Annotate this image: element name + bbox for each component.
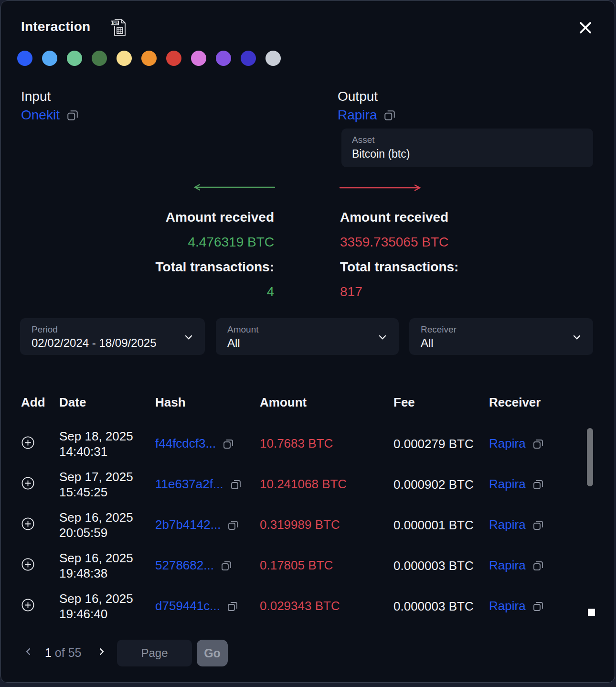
- add-plus-icon[interactable]: [21, 476, 35, 490]
- color-dot-yellow[interactable]: [117, 51, 132, 66]
- input-entity-link[interactable]: Onekit: [21, 107, 60, 123]
- color-palette: [17, 51, 281, 66]
- outgoing-amount-value: 3359.735065 BTC: [340, 234, 502, 250]
- copy-icon[interactable]: [221, 560, 232, 571]
- page-indicator: 1 of 55: [45, 646, 81, 660]
- color-dot-orange[interactable]: [141, 51, 157, 66]
- tx-receiver-link[interactable]: Rapira: [489, 477, 526, 492]
- tx-amount: 0.17805 BTC: [260, 558, 393, 573]
- period-label: Period: [32, 324, 193, 335]
- tx-fee: 0.000279 BTC: [393, 437, 474, 451]
- input-section: Input Onekit: [21, 89, 79, 123]
- tx-hash-link[interactable]: f44fcdcf3...: [155, 436, 216, 451]
- tx-amount: 10.7683 BTC: [260, 436, 393, 451]
- tx-hash-link[interactable]: 11e637a2f...: [155, 477, 223, 492]
- chevron-right-icon[interactable]: [96, 646, 107, 657]
- output-label: Output: [338, 89, 396, 104]
- total-pages: of 55: [55, 646, 82, 659]
- chevron-down-icon: [571, 332, 583, 343]
- tx-hash-link[interactable]: 2b7b4142...: [155, 517, 221, 532]
- asset-label: Asset: [352, 135, 583, 145]
- chevron-down-icon: [183, 332, 194, 343]
- tx-fee: 0.000003 BTC: [393, 558, 474, 573]
- copy-icon[interactable]: [383, 109, 396, 121]
- color-dot-gray[interactable]: [266, 51, 281, 66]
- csv-export-icon[interactable]: CSV: [110, 18, 127, 37]
- add-plus-icon[interactable]: [21, 598, 35, 612]
- period-value: 02/02/2024 - 18/09/2025: [32, 336, 193, 350]
- page-input[interactable]: [117, 640, 192, 666]
- color-dot-green[interactable]: [67, 51, 82, 66]
- tx-receiver-link[interactable]: Rapira: [489, 599, 526, 613]
- tx-fee: 0.000001 BTC: [393, 518, 474, 532]
- copy-icon[interactable]: [532, 479, 544, 490]
- col-fee: Fee: [393, 395, 489, 410]
- color-dot-darkgreen[interactable]: [92, 51, 107, 66]
- color-dot-magenta[interactable]: [191, 51, 206, 66]
- tx-hash-link[interactable]: d759441c...: [155, 599, 220, 613]
- chevron-down-icon: [377, 332, 388, 343]
- table-row: Sep 16, 202520:05:59 2b7b4142... 0.31998…: [1, 505, 603, 545]
- copy-icon[interactable]: [223, 438, 234, 450]
- period-filter[interactable]: Period 02/02/2024 - 18/09/2025: [20, 318, 205, 355]
- tx-receiver-link[interactable]: Rapira: [489, 517, 526, 532]
- color-dot-purple[interactable]: [216, 51, 231, 66]
- table-row: Sep 18, 202514:40:31 f44fcdcf3... 10.768…: [1, 423, 603, 464]
- incoming-tx-count: 4: [116, 284, 274, 300]
- current-page: 1: [45, 646, 52, 659]
- tx-date: Sep 16, 202519:48:38: [59, 550, 155, 581]
- copy-icon[interactable]: [230, 479, 242, 490]
- outgoing-tx-count: 817: [340, 284, 502, 300]
- incoming-stats: Amount received 4.476319 BTC Total trans…: [116, 209, 274, 309]
- receiver-filter[interactable]: Receiver All: [409, 318, 593, 355]
- outgoing-stats: Amount received 3359.735065 BTC Total tr…: [340, 209, 502, 309]
- tx-fee: 0.000003 BTC: [393, 599, 474, 613]
- interaction-modal: Interaction CSV Input Onekit: [0, 0, 615, 683]
- tx-date: Sep 16, 202519:46:40: [59, 591, 155, 619]
- copy-icon[interactable]: [532, 519, 544, 531]
- tx-date: Sep 18, 202514:40:31: [59, 429, 155, 459]
- transactions-list[interactable]: Sep 18, 202514:40:31 f44fcdcf3... 10.768…: [1, 423, 603, 618]
- col-amount: Amount: [260, 395, 393, 410]
- color-dot-indigo[interactable]: [241, 51, 256, 66]
- table-header: Add Date Hash Amount Fee Receiver: [1, 392, 597, 413]
- receiver-filter-label: Receiver: [421, 324, 582, 335]
- copy-icon[interactable]: [227, 519, 239, 531]
- scroll-corner-artifact: [588, 609, 595, 616]
- color-dot-red[interactable]: [166, 51, 181, 66]
- asset-select[interactable]: Asset Bitcoin (btc): [341, 129, 593, 167]
- tx-amount: 0.319989 BTC: [260, 517, 393, 532]
- color-dot-blue[interactable]: [17, 51, 32, 66]
- output-entity-link[interactable]: Rapira: [338, 107, 377, 123]
- incoming-tx-label: Total transactions:: [116, 259, 274, 275]
- close-icon[interactable]: [577, 19, 594, 36]
- col-receiver: Receiver: [489, 395, 597, 410]
- copy-icon[interactable]: [532, 438, 544, 450]
- add-plus-icon[interactable]: [21, 436, 35, 450]
- go-button[interactable]: Go: [197, 640, 228, 666]
- tx-receiver-link[interactable]: Rapira: [489, 436, 526, 451]
- tx-receiver-link[interactable]: Rapira: [489, 558, 526, 573]
- add-plus-icon[interactable]: [21, 517, 35, 531]
- color-dot-skyblue[interactable]: [42, 51, 57, 66]
- col-add: Add: [21, 395, 59, 410]
- tx-date: Sep 16, 202520:05:59: [59, 510, 155, 540]
- add-plus-icon[interactable]: [21, 558, 35, 571]
- amount-filter[interactable]: Amount All: [216, 318, 399, 355]
- svg-text:CSV: CSV: [113, 22, 119, 25]
- copy-icon[interactable]: [66, 109, 79, 121]
- tx-hash-link[interactable]: 5278682...: [155, 558, 214, 573]
- copy-icon[interactable]: [227, 601, 238, 612]
- outgoing-amount-label: Amount received: [340, 209, 502, 225]
- table-row: Sep 16, 202519:48:38 5278682... 0.17805 …: [1, 545, 603, 586]
- tx-amount: 0.029343 BTC: [260, 599, 393, 613]
- scrollbar-thumb[interactable]: [587, 428, 593, 486]
- modal-title: Interaction: [21, 19, 90, 34]
- col-date: Date: [59, 395, 155, 410]
- input-label: Input: [21, 89, 79, 104]
- chevron-left-icon[interactable]: [23, 646, 34, 657]
- copy-icon[interactable]: [532, 560, 544, 571]
- tx-date: Sep 17, 202515:45:25: [59, 469, 155, 500]
- copy-icon[interactable]: [532, 601, 544, 612]
- incoming-amount-value: 4.476319 BTC: [116, 234, 274, 250]
